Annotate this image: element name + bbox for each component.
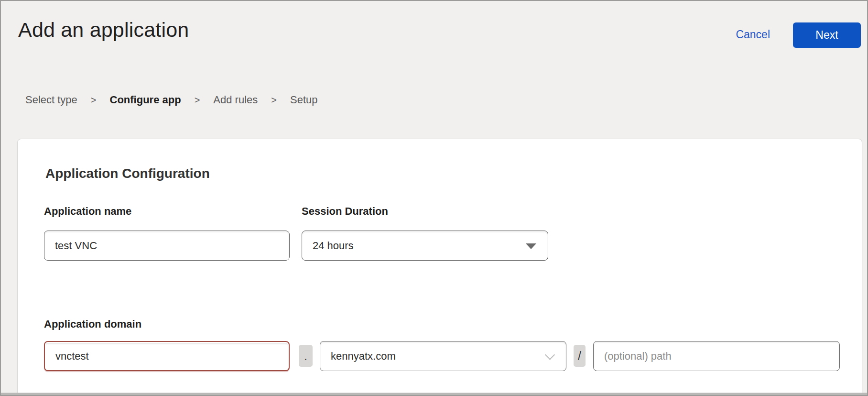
path-input[interactable] xyxy=(593,341,840,371)
domain-select-value: kennyatx.com xyxy=(331,350,396,363)
page-title: Add an application xyxy=(18,18,189,42)
dot-separator: . xyxy=(299,345,313,367)
next-button[interactable]: Next xyxy=(793,22,861,48)
breadcrumb-separator: > xyxy=(271,95,277,106)
step-select-type[interactable]: Select type xyxy=(25,94,77,106)
session-duration-select[interactable]: 24 hours xyxy=(302,231,548,261)
chevron-down-icon xyxy=(545,350,555,360)
application-name-label: Application name xyxy=(44,205,131,218)
session-duration-value: 24 hours xyxy=(313,240,354,252)
step-configure-app[interactable]: Configure app xyxy=(110,94,181,106)
application-domain-label: Application domain xyxy=(44,318,141,330)
configuration-card: Application Configuration Application na… xyxy=(17,139,862,396)
cancel-link[interactable]: Cancel xyxy=(736,28,770,41)
breadcrumb-separator: > xyxy=(195,95,200,106)
application-name-input[interactable] xyxy=(44,231,290,261)
breadcrumb-separator: > xyxy=(91,95,97,106)
slash-separator: / xyxy=(574,345,586,367)
step-add-rules[interactable]: Add rules xyxy=(213,94,258,106)
dropdown-caret-icon xyxy=(526,243,536,249)
domain-select[interactable]: kennyatx.com xyxy=(320,341,566,371)
section-heading: Application Configuration xyxy=(45,166,210,181)
step-setup[interactable]: Setup xyxy=(290,94,318,106)
subdomain-input[interactable] xyxy=(44,341,290,371)
session-duration-label: Session Duration xyxy=(302,205,388,218)
add-application-page: Add an application Cancel Next Select ty… xyxy=(0,0,868,396)
breadcrumb: Select type > Configure app > Add rules … xyxy=(25,94,317,106)
